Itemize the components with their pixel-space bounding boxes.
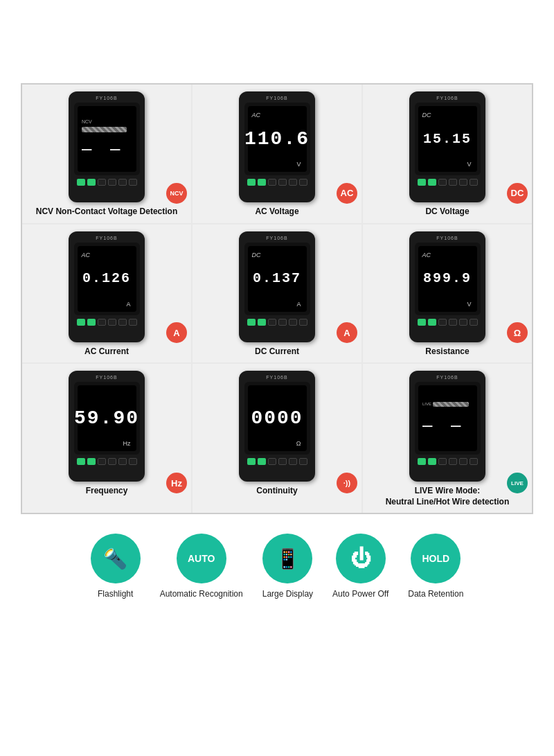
large-display-icon-circle: 📱 [262, 534, 312, 583]
screen-ac: AC 110.6 V [244, 103, 310, 175]
cell-ncv: FY106B NCV – – NCV NCV Non-C [22, 85, 191, 223]
auto-icon: AUTO [188, 553, 215, 564]
device-ac-current: FY106B AC 0.126 A [69, 231, 145, 342]
label-ncv: NCV Non-Contact Voltage Detection [36, 206, 177, 218]
screen-continuity: 0000 Ω [244, 382, 310, 455]
device-ncv: FY106B NCV – – [69, 91, 145, 202]
cell-frequency: FY106B 59.90 Hz Hz Frequency [22, 364, 191, 513]
auto-power-off-icon-circle: ⏻ [336, 534, 386, 583]
cell-ac-voltage: FY106B AC 110.6 V AC AC Voltage [193, 85, 361, 223]
auto-recognition-icon-circle: AUTO [177, 534, 226, 583]
btn5 [118, 179, 127, 186]
label-continuity: Continuity [256, 486, 297, 497]
btn4 [108, 179, 116, 186]
ncv-bar-1 [82, 127, 127, 132]
feature-large-display: 📱 Large Display [262, 534, 313, 600]
btn2 [87, 179, 96, 186]
badge-live: LIVE [507, 473, 528, 493]
features-section: 🔦 Flashlight AUTO Automatic Recognition … [21, 534, 533, 600]
value-ac-current: 0.126 [82, 272, 131, 285]
large-display-label: Large Display [262, 589, 313, 600]
btn1 [77, 179, 85, 186]
auto-power-off-label: Auto Power Off [332, 589, 388, 600]
value-resistance: 899.9 [423, 272, 472, 285]
value-ac-voltage: 110.6 [244, 130, 310, 149]
label-ac-voltage: AC Voltage [255, 206, 298, 218]
cell-resistance: FY106B AC 899.9 V Ω Resistance [363, 225, 532, 363]
screen-live: LIVE – – [415, 382, 481, 455]
flashlight-label: Flashlight [98, 589, 133, 600]
badge-frequency: Hz [166, 473, 187, 493]
screen-ncv: NCV – – [74, 103, 140, 175]
device-dc-voltage: FY106B DC 15.15 V [409, 91, 485, 202]
measurement-grid: FY106B NCV – – NCV NCV Non-C [21, 83, 533, 514]
feature-auto-recognition: AUTO Automatic Recognition [160, 534, 243, 600]
device-frequency: FY106B 59.90 Hz [69, 371, 145, 482]
value-frequency: 59.90 [74, 409, 139, 428]
label-frequency: Frequency [86, 486, 128, 497]
badge-resistance: Ω [507, 322, 528, 343]
data-retention-icon-circle: HOLD [411, 534, 461, 583]
device-dc-current: FY106B DC 0.137 A [239, 231, 315, 342]
auto-recognition-label: Automatic Recognition [160, 589, 243, 600]
badge-dc-current: A [337, 322, 357, 343]
cell-ac-current: FY106B AC 0.126 A A AC Current [22, 225, 191, 363]
badge-continuity: ·)) [337, 473, 357, 493]
device-continuity: FY106B 0000 Ω [239, 371, 315, 482]
feature-auto-power-off: ⏻ Auto Power Off [332, 534, 388, 600]
data-retention-label: Data Retention [408, 589, 463, 600]
label-ac-current: AC Current [84, 346, 129, 358]
cell-live-wire: FY106B LIVE – – [363, 364, 532, 513]
cell-dc-current: FY106B DC 0.137 A A DC Current [193, 225, 361, 363]
screen-resistance: AC 899.9 V [415, 243, 481, 315]
btn6 [129, 179, 137, 186]
flashlight-icon-circle: 🔦 [91, 534, 141, 583]
power-icon: ⏻ [350, 547, 371, 570]
value-continuity: 0000 [251, 409, 303, 428]
device-live-wire: FY106B LIVE – – [409, 371, 485, 482]
buttons-ncv [77, 179, 137, 186]
cell-continuity: FY106B 0000 Ω ·)) Continuity [193, 364, 361, 513]
hold-icon: HOLD [422, 553, 449, 564]
value-dc-current: 0.137 [253, 272, 301, 285]
display-icon: 📱 [276, 547, 300, 570]
badge-ac: AC [337, 183, 357, 204]
label-dc-voltage: DC Voltage [425, 206, 469, 218]
value-dc-voltage: 15.15 [423, 132, 472, 146]
ncv-display: – – [82, 139, 124, 159]
label-dc-current: DC Current [255, 346, 299, 358]
label-resistance: Resistance [425, 346, 469, 358]
device-resistance: FY106B AC 899.9 V [409, 231, 485, 342]
label-live-wire: LIVE Wire Mode: Neutral Line/Hot Wire de… [386, 486, 510, 507]
badge-ncv: NCV [166, 183, 187, 204]
screen-dc-current: DC 0.137 A [244, 243, 310, 315]
flashlight-icon: 🔦 [103, 547, 127, 570]
screen-ac-current: AC 0.126 A [74, 243, 140, 315]
badge-dc: DC [507, 183, 528, 204]
screen-dc: DC 15.15 V [415, 103, 481, 175]
feature-data-retention: HOLD Data Retention [408, 534, 463, 600]
btn3 [98, 179, 106, 186]
badge-ac-current: A [166, 322, 187, 343]
live-display: – – [422, 416, 465, 435]
screen-frequency: 59.90 Hz [74, 382, 140, 455]
device-ac-voltage: FY106B AC 110.6 V [239, 91, 315, 202]
feature-flashlight: 🔦 Flashlight [91, 534, 141, 600]
cell-dc-voltage: FY106B DC 15.15 V DC DC Voltage [363, 85, 532, 223]
